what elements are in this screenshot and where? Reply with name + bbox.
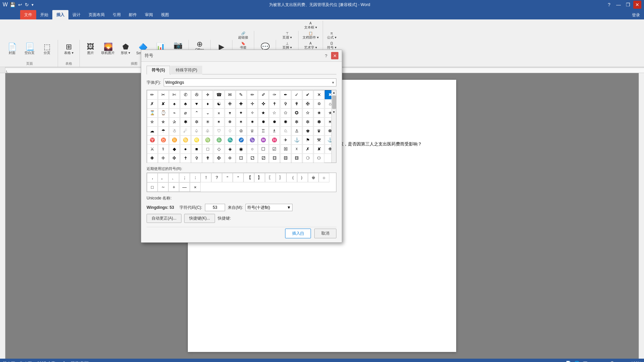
recent-cell-5[interactable]: ！ [201, 173, 211, 182]
symbol-cell-58[interactable]: ✵ [225, 117, 235, 127]
quick-access-more[interactable]: ▼ [31, 3, 34, 7]
recent-cell-2[interactable]: 、 [168, 173, 179, 182]
symbol-cell-94[interactable]: ♑ [247, 135, 258, 145]
symbol-cell-22[interactable]: ♦ [202, 99, 213, 109]
btn-page-break[interactable]: ⬚ 分页 [39, 40, 55, 59]
symbol-cell-76[interactable]: ♔ [236, 126, 247, 136]
symbol-cell-38[interactable]: ⌃ [191, 108, 202, 118]
tab-insert[interactable]: 插入 [52, 10, 68, 19]
symbol-cell-17[interactable]: ✗ [147, 99, 158, 109]
btn-text-box[interactable]: A 文本框 ▾ [301, 21, 320, 31]
btn-shape[interactable]: ⬟ 形状 ▾ [117, 40, 133, 59]
char-code-input[interactable] [205, 204, 225, 211]
recent-cell-3[interactable]: ； [179, 173, 190, 182]
minimize-button[interactable]: — [614, 1, 623, 9]
symbol-cell-46[interactable]: ✩ [280, 108, 291, 118]
symbol-cell-4[interactable]: ✇ [191, 90, 202, 100]
recent-cell-18[interactable]: ～ [158, 182, 168, 192]
symbol-cell-115[interactable]: ☓ [291, 144, 302, 154]
btn-hyperlink[interactable]: 🔗 超链接 [235, 31, 251, 41]
recent-cell-16[interactable]: ○ [319, 173, 329, 182]
btn-bookmark[interactable]: 🔖 书签 [235, 41, 251, 51]
symbol-cell-75[interactable]: ♢ [225, 126, 235, 136]
btn-doc-parts[interactable]: 📋 文档部件 ▾ [301, 31, 320, 41]
symbol-cell-56[interactable]: ✳ [202, 117, 213, 127]
view-icon-read[interactable]: 📖 [582, 361, 588, 362]
help-button[interactable]: ? [605, 1, 613, 9]
tab-review[interactable]: 审阅 [141, 10, 157, 19]
symbol-cell-43[interactable]: ✧ [247, 108, 258, 118]
recent-cell-17[interactable]: □ [147, 182, 158, 192]
symbol-cell-73[interactable]: ♧ [202, 126, 213, 136]
dialog-help-button[interactable]: ? [322, 52, 330, 59]
symbol-cell-5[interactable]: ✈ [202, 90, 213, 100]
recent-cell-21[interactable]: × [190, 182, 201, 192]
symbol-cell-3[interactable]: ✆ [180, 90, 191, 100]
tab-file[interactable]: 文件 [20, 10, 36, 19]
recent-cell-10[interactable]: 】 [254, 173, 265, 182]
symbol-cell-86[interactable]: ♉ [158, 135, 169, 145]
symbol-cell-114[interactable]: ☒ [280, 144, 291, 154]
btn-online-picture[interactable]: 🌄 联机图片 [100, 40, 116, 59]
symbol-cell-53[interactable]: ✰ [169, 117, 180, 127]
symbol-cell-117[interactable]: ✘ [314, 144, 324, 154]
from-select[interactable]: 符号(十进制) ▼ [246, 204, 292, 211]
recent-cell-8[interactable]: " [233, 173, 244, 182]
symbol-cell-29[interactable]: ✞ [280, 99, 291, 109]
symbol-cell-6[interactable]: ☎ [214, 90, 224, 100]
symbol-cell-128[interactable]: ⚁ [247, 154, 258, 163]
tab-mailings[interactable]: 邮件 [125, 10, 141, 19]
symbol-cell-103[interactable]: ⚕ [158, 144, 169, 154]
recent-cell-11[interactable]: 〖 [265, 173, 276, 182]
symbol-cell-9[interactable]: ✏ [247, 90, 258, 100]
symbol-cell-65[interactable]: ✼ [303, 117, 313, 127]
symbol-cell-133[interactable]: ⚆ [303, 154, 313, 163]
symbol-cell-82[interactable]: ♚ [303, 126, 313, 136]
recent-cell-9[interactable]: 【 [244, 173, 254, 182]
symbol-cell-48[interactable]: ✫ [303, 108, 313, 118]
symbol-cell-23[interactable]: ☯ [214, 99, 224, 109]
scroll-thumb[interactable] [332, 96, 336, 109]
symbol-cell-42[interactable]: ✦ [236, 108, 247, 118]
tab-view[interactable]: 视图 [157, 10, 173, 19]
symbol-cell-79[interactable]: ♗ [269, 126, 280, 136]
symbol-cell-62[interactable]: ✹ [269, 117, 280, 127]
symbol-cell-80[interactable]: ♘ [280, 126, 291, 136]
recent-cell-13[interactable]: （ [286, 173, 297, 182]
symbol-cell-28[interactable]: ✝ [269, 99, 280, 109]
symbol-cell-109[interactable]: ◈ [225, 144, 235, 154]
symbol-cell-70[interactable]: ☃ [169, 126, 180, 136]
symbol-cell-1[interactable]: ✂ [158, 90, 169, 100]
symbol-cell-35[interactable]: ⌚ [158, 108, 169, 118]
symbol-cell-32[interactable]: ✡ [314, 99, 324, 109]
symbol-cell-12[interactable]: ✒ [280, 90, 291, 100]
recent-cell-15[interactable]: ※ [308, 173, 319, 182]
tab-design[interactable]: 设计 [68, 10, 85, 19]
recent-cell-7[interactable]: " [222, 173, 233, 182]
symbol-cell-96[interactable]: ♓ [269, 135, 280, 145]
autocorrect-button[interactable]: 自动更正(A)... [147, 214, 181, 223]
shortcut-key-button[interactable]: 快捷键(K)... [184, 214, 215, 223]
symbol-cell-41[interactable]: ⌆ [225, 108, 235, 118]
symbol-cell-89[interactable]: ♌ [191, 135, 202, 145]
scroll-down[interactable]: ▼ [332, 110, 336, 114]
symbol-cell-39[interactable]: ⌄ [202, 108, 213, 118]
symbol-cell-112[interactable]: ☐ [258, 144, 269, 154]
symbol-cell-119[interactable]: ✚ [147, 154, 158, 163]
symbol-cell-105[interactable]: ● [180, 144, 191, 154]
symbol-cell-55[interactable]: ✲ [191, 117, 202, 127]
symbol-cell-71[interactable]: ☄ [180, 126, 191, 136]
symbol-cell-14[interactable]: ✔ [303, 90, 313, 100]
symbol-cell-132[interactable]: ⚅ [291, 154, 302, 163]
symbol-cell-93[interactable]: ♐ [236, 135, 247, 145]
symbol-cell-110[interactable]: ◉ [236, 144, 247, 154]
symbol-cell-131[interactable]: ⚄ [280, 154, 291, 163]
symbol-cell-127[interactable]: ⚀ [236, 154, 247, 163]
symbol-cell-72[interactable]: ♤ [191, 126, 202, 136]
symbol-cell-59[interactable]: ✶ [236, 117, 247, 127]
tab-references[interactable]: 引用 [109, 10, 125, 19]
symbol-cell-15[interactable]: ✕ [314, 90, 324, 100]
symbol-cell-92[interactable]: ♏ [225, 135, 235, 145]
symbol-cell-8[interactable]: ✎ [236, 90, 247, 100]
symbol-cell-97[interactable]: ✈ [280, 135, 291, 145]
